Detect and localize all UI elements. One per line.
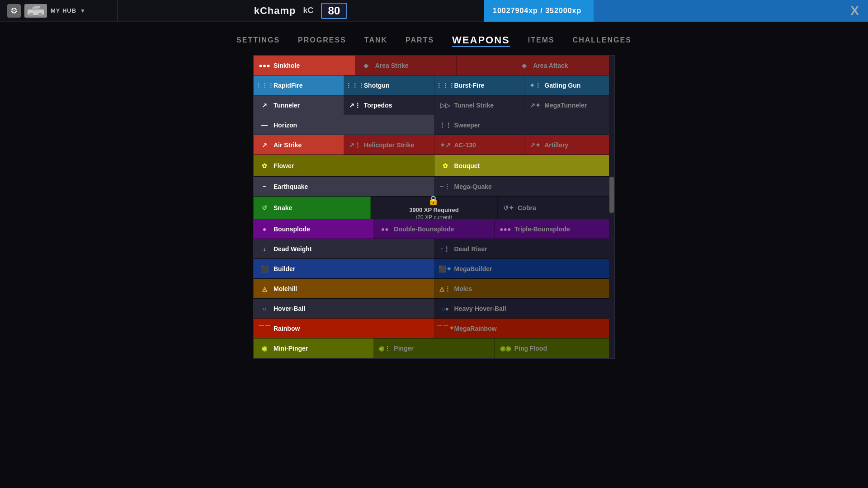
nav-weapons[interactable]: WEAPONS [452, 34, 510, 46]
weapon-sinkhole[interactable]: ●●● Sinkhole [254, 56, 355, 75]
flower-icon: ✿ [259, 160, 270, 171]
bouquet-label: Bouquet [454, 162, 480, 169]
hover-ball-label: Hover-Ball [274, 305, 305, 312]
horizon-icon: — [259, 120, 270, 131]
sinkhole-label: Sinkhole [274, 62, 300, 69]
rainbow-icon: ⌒⌒ [259, 323, 270, 334]
settings-gear-icon[interactable]: ⚙ [7, 4, 21, 18]
weapon-burst-fire[interactable]: ⋮⋮⋮ Burst-Fire [434, 75, 525, 95]
weapon-mega-rainbow[interactable]: ⌒⌒✦ MegaRainbow [434, 319, 615, 338]
weapon-shotgun[interactable]: ⋮⋮⋮ Shotgun [344, 75, 434, 95]
navigation: SETTINGS PROGRESS TANK PARTS WEAPONS ITE… [0, 22, 868, 55]
weapon-sweeper[interactable]: ⋮⋮ Sweeper [434, 115, 615, 135]
close-button[interactable]: X [850, 4, 859, 18]
weapon-empty-1 [457, 56, 513, 75]
weapon-locked-xp: 🔒 3900 XP Required (20 XP current) [371, 197, 498, 219]
double-bounsplode-icon: ●● [379, 224, 390, 235]
ac130-icon: ✦↗ [440, 140, 451, 150]
area-strike-label: Area Strike [375, 62, 409, 69]
weapon-dead-riser[interactable]: ↑⋮ Dead Riser [434, 239, 615, 258]
triple-bounsplode-icon: ●●● [500, 224, 511, 235]
pinger-label: Pinger [394, 345, 414, 352]
horizon-label: Horizon [274, 122, 297, 129]
weapon-tunneler[interactable]: ↗ Tunneler [254, 95, 344, 115]
gatling-gun-icon: ✦⋮ [530, 80, 541, 91]
xp-required-text: 3900 XP Required [409, 206, 459, 213]
weapon-row-rapidfire: ⋮⋮⋮ RapidFire ⋮⋮⋮ Shotgun ⋮⋮⋮ Burst-Fire… [254, 75, 614, 95]
sweeper-label: Sweeper [454, 122, 481, 129]
weapon-ac130[interactable]: ✦↗ AC-130 [434, 135, 525, 155]
weapon-rainbow[interactable]: ⌒⌒ Rainbow [254, 319, 434, 338]
svg-rect-4 [34, 6, 40, 8]
weapon-rapidfire[interactable]: ⋮⋮⋮ RapidFire [254, 75, 344, 95]
tank-preview-icon [24, 4, 47, 18]
weapon-horizon[interactable]: — Horizon [254, 115, 434, 135]
weapon-cobra[interactable]: ↺✦ Cobra [498, 197, 614, 219]
area-attack-label: Area Attack [533, 62, 568, 69]
weapon-mega-quake[interactable]: ~⋮ Mega-Quake [434, 177, 615, 196]
flower-label: Flower [274, 162, 294, 169]
weapon-mini-pinger[interactable]: ◉ Mini-Pinger [254, 338, 374, 358]
double-bounsplode-label: Double-Bounsplode [394, 225, 454, 233]
ping-flood-icon: ◉◉ [500, 343, 511, 354]
weapon-gatling-gun[interactable]: ✦⋮ Gatling Gun [524, 75, 614, 95]
weapon-hover-ball[interactable]: ○ Hover-Ball [254, 299, 434, 318]
nav-items[interactable]: ITEMS [528, 36, 555, 44]
tunneler-icon: ↗ [259, 100, 270, 111]
weapon-bounsplode[interactable]: ● Bounsplode [254, 219, 374, 239]
weapon-flower[interactable]: ✿ Flower [254, 155, 434, 176]
nav-settings[interactable]: SETTINGS [236, 36, 280, 44]
weapon-tunnel-strike[interactable]: ▷▷ Tunnel Strike [434, 95, 525, 115]
scrollbar[interactable] [609, 56, 614, 358]
nav-challenges[interactable]: CHALLENGES [573, 36, 632, 44]
weapon-air-strike[interactable]: ↗ Air Strike [254, 135, 344, 155]
weapon-heavy-hover-ball[interactable]: ○● Heavy Hover-Ball [434, 299, 615, 318]
pinger-icon: ◉⋮ [379, 343, 390, 354]
earthquake-label: Earthquake [274, 183, 308, 190]
area-strike-icon: ◈ [361, 60, 372, 71]
weapon-row-airstrike: ↗ Air Strike ↗⋮ Helicopter Strike ✦↗ AC-… [254, 135, 614, 155]
weapon-row-tunneler: ↗ Tunneler ↗⋮ Torpedos ▷▷ Tunnel Strike … [254, 95, 614, 115]
moles-label: Moles [454, 285, 472, 292]
main-content: ●●● Sinkhole ◈ Area Strike ◈ Area Attack… [0, 55, 868, 359]
nav-progress[interactable]: PROGRESS [298, 36, 346, 44]
weapon-artillery[interactable]: ↗✦ Artillery [524, 135, 614, 155]
mega-quake-icon: ~⋮ [440, 181, 451, 192]
weapon-moles[interactable]: ◬⋮ Moles [434, 279, 615, 298]
area-attack-icon: ◈ [519, 60, 529, 71]
sweeper-icon: ⋮⋮ [440, 120, 451, 131]
weapon-pinger[interactable]: ◉⋮ Pinger [374, 338, 494, 358]
weapon-area-attack[interactable]: ◈ Area Attack [513, 56, 614, 75]
weapon-row-rainbow: ⌒⌒ Rainbow ⌒⌒✦ MegaRainbow [254, 319, 614, 338]
shotgun-label: Shotgun [364, 82, 390, 89]
weapon-double-bounsplode[interactable]: ●● Double-Bounsplode [374, 219, 494, 239]
player-info: kChamp kC 80 [118, 3, 484, 19]
weapon-mega-builder[interactable]: ⬛✦ MegaBuilder [434, 259, 615, 278]
nav-tank[interactable]: TANK [364, 36, 387, 44]
air-strike-icon: ↗ [259, 140, 270, 150]
weapon-molehill[interactable]: ◬ Molehill [254, 279, 434, 298]
weapon-row-builder: ⬛ Builder ⬛✦ MegaBuilder [254, 259, 614, 279]
weapon-dead-weight[interactable]: ↓ Dead Weight [254, 239, 434, 258]
bounsplode-label: Bounsplode [274, 225, 310, 233]
weapon-bouquet[interactable]: ✿ Bouquet [434, 155, 615, 176]
weapon-earthquake[interactable]: ~ Earthquake [254, 177, 434, 196]
tunnel-strike-icon: ▷▷ [440, 100, 451, 111]
svg-rect-3 [38, 13, 42, 16]
weapon-ping-flood[interactable]: ◉◉ Ping Flood [495, 338, 614, 358]
nav-parts[interactable]: PARTS [406, 36, 434, 44]
kc-currency-icon: kC [303, 6, 314, 15]
dead-riser-label: Dead Riser [454, 245, 487, 253]
tunnel-strike-label: Tunnel Strike [454, 102, 494, 109]
weapon-area-strike[interactable]: ◈ Area Strike [355, 56, 457, 75]
hub-section[interactable]: ⚙ MY HUB ▼ [0, 0, 118, 21]
weapon-builder[interactable]: ⬛ Builder [254, 259, 434, 278]
weapon-triple-bounsplode[interactable]: ●●● Triple-Bounsplode [495, 219, 614, 239]
scroll-thumb[interactable] [609, 177, 614, 213]
weapon-torpedos[interactable]: ↗⋮ Torpedos [344, 95, 434, 115]
hub-dropdown-arrow[interactable]: ▼ [80, 8, 85, 14]
weapon-mega-tunneler[interactable]: ↗✦ MegaTunneler [524, 95, 614, 115]
weapon-helicopter-strike[interactable]: ↗⋮ Helicopter Strike [344, 135, 434, 155]
weapon-snake[interactable]: ↺ Snake [254, 197, 371, 219]
heavy-hover-ball-label: Heavy Hover-Ball [454, 305, 506, 312]
